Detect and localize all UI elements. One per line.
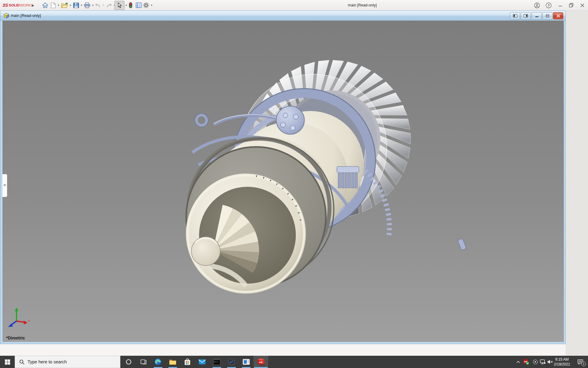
taskbar-search-input[interactable]: Type here to search: [15, 356, 120, 368]
solidworks-logo: 3S SOLID WORKS: [2, 2, 33, 9]
window-app-icon: [243, 359, 250, 365]
undo-button[interactable]: [95, 2, 101, 9]
cortana-button[interactable]: [121, 356, 136, 368]
task-view-icon: [141, 359, 146, 365]
undo-caret[interactable]: ▾: [102, 4, 105, 7]
logo-mark: 3S: [2, 2, 8, 8]
pipe-eyelet: [196, 115, 207, 125]
child-close-icon: [556, 14, 560, 17]
task-view-button[interactable]: [136, 356, 151, 368]
sw-cube-letters: SW: [259, 361, 263, 364]
sw-year-label: 2021: [260, 364, 265, 366]
select-arrow-icon: [117, 2, 122, 8]
logo-expand-arrow-icon[interactable]: ▶: [32, 2, 34, 9]
new-document-icon: [51, 2, 56, 8]
start-button[interactable]: [0, 356, 15, 368]
tile-right-button[interactable]: [521, 12, 531, 19]
feature-tree-collapsed-tab[interactable]: [2, 174, 7, 197]
close-icon: [580, 3, 584, 7]
new-document-button[interactable]: [50, 2, 56, 9]
tray-clock[interactable]: 9:15 AM 2/19/2021: [551, 356, 573, 368]
logo-works: WORKS: [20, 3, 33, 7]
child-restore-icon: [546, 14, 549, 17]
clock-date: 2/19/2021: [554, 362, 570, 367]
document-window: main [Read-only]: [0, 10, 566, 344]
sw-resource-monitor-icon: SW: [523, 359, 529, 365]
store-icon: [184, 358, 191, 366]
new-document-caret[interactable]: ▾: [57, 4, 60, 7]
triad-y-arrow: [15, 308, 18, 311]
list-icon: [136, 2, 142, 8]
open-caret[interactable]: ▾: [69, 4, 72, 7]
restore-button[interactable]: [566, 0, 576, 10]
minimize-button[interactable]: [555, 0, 565, 10]
taskbar-app-file-explorer[interactable]: [165, 356, 180, 368]
file-explorer-icon: [169, 358, 176, 365]
tile-left-button[interactable]: [510, 12, 520, 19]
tray-meet-now-button[interactable]: [532, 356, 539, 368]
action-center-button[interactable]: 1: [575, 356, 586, 368]
select-tool-button[interactable]: [115, 1, 124, 10]
traffic-light-icon: [129, 2, 132, 8]
save-button[interactable]: [73, 2, 79, 9]
options-list-button[interactable]: [135, 2, 142, 9]
open-button[interactable]: [61, 2, 68, 9]
taskbar-app-solidworks[interactable]: SW 2021: [254, 356, 268, 368]
account-icon: [534, 2, 540, 8]
open-folder-icon: [61, 2, 68, 8]
solidworks-screen: 3S SOLID WORKS ▶ ▾ ▾: [0, 0, 588, 368]
solidworks-app-icon: SW 2021: [257, 358, 265, 366]
network-icon: [540, 359, 546, 365]
rebuild-button[interactable]: [128, 2, 133, 9]
taskbar-app-command-prompt[interactable]: C:\_: [209, 356, 224, 368]
orientation-triad: x: [7, 307, 30, 330]
assembly-document-icon: [3, 13, 9, 20]
tray-show-hidden-button[interactable]: [514, 356, 522, 368]
home-icon: [42, 2, 48, 8]
help-button[interactable]: ?: [543, 0, 554, 10]
search-placeholder: Type here to search: [28, 359, 67, 364]
select-tool-caret[interactable]: ▾: [125, 4, 128, 7]
cortana-icon: [126, 359, 132, 365]
settings-caret[interactable]: ▾: [150, 4, 153, 7]
gear-icon: [143, 2, 149, 8]
settings-button[interactable]: [143, 2, 149, 9]
jet-engine-model[interactable]: [2, 21, 564, 342]
main-window-title: main [Read-only]: [348, 0, 377, 10]
child-restore-button[interactable]: [542, 12, 552, 19]
print-caret[interactable]: ▾: [91, 4, 94, 7]
bolt-2: [293, 114, 298, 119]
print-button[interactable]: [83, 2, 91, 9]
taskbar-app-window-tool[interactable]: [239, 356, 254, 368]
save-caret[interactable]: ▾: [80, 4, 83, 7]
close-button[interactable]: [577, 0, 587, 10]
taskbar-app-hexagon-tool[interactable]: [224, 356, 239, 368]
child-minimize-button[interactable]: [532, 12, 542, 19]
child-minimize-icon: [535, 14, 539, 17]
minimize-icon: [558, 3, 562, 7]
hexagon-app-icon: [228, 358, 235, 366]
child-close-button[interactable]: [553, 12, 563, 19]
command-prompt-icon: C:\_: [213, 358, 221, 365]
view-orientation-label: *Dimetric: [6, 335, 25, 340]
document-titlebar[interactable]: main [Read-only]: [0, 11, 565, 21]
taskbar-app-mail[interactable]: [195, 356, 209, 368]
bolt-4: [281, 122, 285, 127]
split-left-icon: [513, 14, 517, 17]
bolt-3: [290, 125, 295, 130]
mount-tab-right: [458, 238, 466, 251]
redo-button[interactable]: [106, 2, 112, 9]
account-button[interactable]: [532, 0, 542, 10]
triad-x-label: x: [28, 319, 30, 322]
taskbar-app-store[interactable]: [180, 356, 195, 368]
panel-tab-handle-icon: [4, 184, 6, 186]
taskbar-app-edge[interactable]: [151, 356, 165, 368]
tray-network-button[interactable]: [539, 356, 546, 368]
help-icon: ?: [546, 2, 552, 8]
home-button[interactable]: [42, 2, 48, 9]
chevron-up-icon: [516, 361, 520, 363]
graphics-viewport[interactable]: x *Dimetric: [2, 21, 564, 342]
undo-icon: [95, 3, 101, 8]
tray-solidworks-monitor[interactable]: SW: [522, 356, 530, 368]
main-titlebar: 3S SOLID WORKS ▶ ▾ ▾: [0, 0, 588, 11]
